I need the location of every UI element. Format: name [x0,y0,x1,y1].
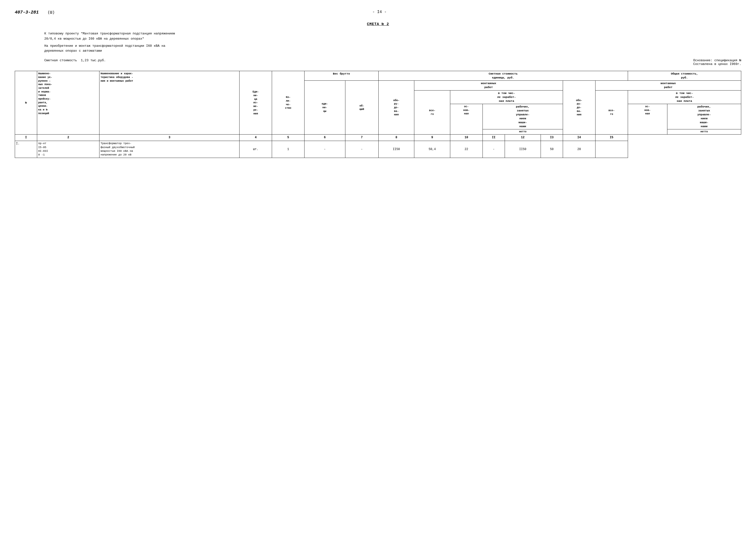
idx-15: I5 [595,135,628,141]
th-mount-mach-group: рабочих,занятыхуправле-ниeммаши-нами [482,104,563,129]
idx-6: 6 [305,135,345,141]
meta-cost: Сметная стоимость 1,23 тыс.руб. [44,58,106,66]
main-table: № Наимено-вание ук-рупнен -ных пока-зате… [15,71,741,158]
th-description: Наименование и харак-теристика оборудова… [99,71,239,135]
basis-label: Основание: спецификация № [693,58,741,62]
idx-8: 8 [379,135,414,141]
row1-description: Трансформатор трех-фазный двухобмоточный… [99,141,239,158]
row1-total-mount-wage: 20 [563,141,595,158]
idx-4: 4 [239,135,272,141]
th-netto-label: нетто [482,129,563,135]
th-total-mach-group: рабочих,занятыхуправле-ниeммаши-нами [667,104,741,129]
doc-series: (Ш) [47,10,55,15]
th-mount-basic-wage: ос-нов-ная [450,104,483,135]
idx-10: 10 [450,135,483,141]
th-mount-works: монтажныхработ [414,81,563,90]
intro-line2: 20/0,4 кв мощностью до I60 кВА на деревя… [44,36,741,41]
doc-id: 407-3-281 [15,10,39,15]
th-unit-per: еди-ни-цы [305,81,345,135]
idx-12: 12 [505,135,541,141]
th-mount-all: все-го [414,90,450,135]
index-row: I 2 3 4 5 6 7 8 9 10 II 12 I3 I4 I5 [15,135,741,141]
cost-label: Сметная стоимость [44,58,77,62]
idx-1: I [15,135,37,141]
th-num: № [15,71,37,135]
th-est-cost-header: Сметная стоимостьединицы, руб. [379,71,628,81]
row1-gross-unit: - [305,141,345,158]
page-number: - I4 - [55,10,704,14]
row1-unit: шт. [239,141,272,158]
idx-7: 7 [345,135,379,141]
th-unit: Еди-ни-цаиз-ме-ре-ния [239,71,272,135]
cost-value: 1,23 тыс.руб. [81,58,106,62]
meta-basis: Основание: спецификация № Составлена в ц… [693,58,741,66]
th-gross-header: Вес брутто [305,71,379,81]
row1-gross-total: - [345,141,379,158]
th-total-inthat: в том чис-ле заработ-ная плата [628,90,741,104]
row1-item-code: пр-нт I5-05 0I-03I 8 -1 [37,141,99,158]
th-est-equip: обо-ру-до-ва-ния [379,81,414,135]
row1-num: I. [15,141,37,158]
intro-line3: На приобретение и монтаж трансформаторно… [44,43,741,49]
th-total-mount: монтажныхработ [595,81,741,90]
intro-block: К типовому проекту "Мачтовая трансформат… [15,31,741,53]
row1-total-mount-all: 50 [541,141,563,158]
th-total-cost-header: Общая стоимость,руб. [628,71,741,81]
idx-9: 9 [414,135,450,141]
row1-qty: 1 [272,141,305,158]
th-total-netto: нетто [667,129,741,135]
table-row: I. пр-нт I5-05 0I-03I 8 -1 Трансформатор… [15,141,741,158]
th-qty: Ко-ли-че-ство [272,71,305,135]
idx-14: I4 [563,135,595,141]
th-total-gross: об-щий [345,81,379,135]
th-total-mount-all: все-го [595,90,628,135]
row1-mount-all: 50,4 [414,141,450,158]
th-mount-inthat: в том чис-ле заработ-ная плата [450,90,563,104]
meta-row: Сметная стоимость 1,23 тыс.руб. Основани… [15,58,741,66]
composed-label: Составлена в ценах I969г. [693,62,741,66]
intro-line4: деревянных опорах с автоматами [44,48,741,53]
row1-mount-mach: - [482,141,505,158]
idx-11: II [482,135,505,141]
idx-2: 2 [37,135,99,141]
intro-line1: К типовому проекту "Мачтовая трансформат… [44,31,741,36]
idx-13: I3 [541,135,563,141]
header-row-1: № Наимено-вание ук-рупнен -ных пока-зате… [15,71,741,81]
idx-5: 5 [272,135,305,141]
row1-total-mach [595,141,628,158]
page-header: 407-3-281 (Ш) - I4 - [15,10,741,15]
th-total-basic-wage: ос-нов-ная [628,104,667,135]
th-total-equip: обо-ру-до-ва-ния [563,81,595,135]
row1-mount-wage: 22 [450,141,483,158]
row1-est-equip: II50 [379,141,414,158]
row1-total-equip: II50 [505,141,541,158]
smeta-title: СМЕТА № 2 [15,22,741,26]
th-item-code: Наимено-вание ук-рупнен -ных пока-зателе… [37,71,99,135]
idx-3: 3 [99,135,239,141]
